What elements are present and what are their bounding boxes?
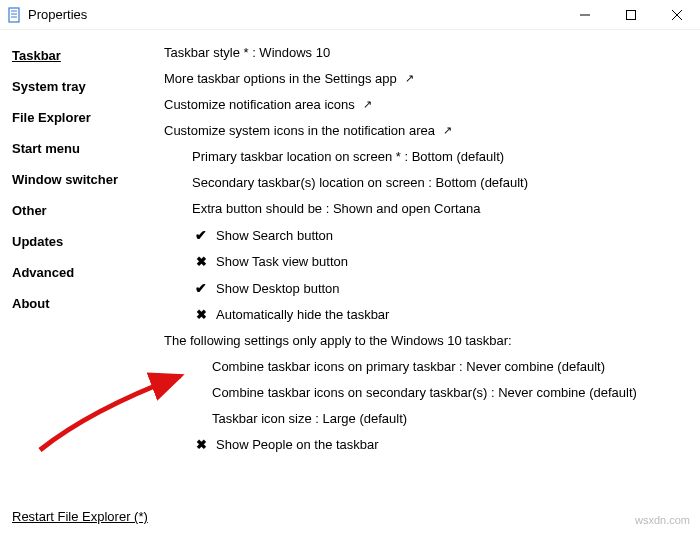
sidebar-item-advanced[interactable]: Advanced: [12, 257, 152, 288]
titlebar: Properties: [0, 0, 700, 30]
setting-label: Extra button should be : Shown and open …: [192, 201, 480, 216]
setting-row[interactable]: ✖Automatically hide the taskbar: [164, 302, 688, 328]
content: TaskbarSystem trayFile ExplorerStart men…: [0, 30, 700, 504]
cross-icon: ✖: [192, 307, 210, 322]
sidebar-item-updates[interactable]: Updates: [12, 226, 152, 257]
setting-row[interactable]: Taskbar style * : Windows 10: [164, 40, 688, 66]
check-icon: ✔: [192, 227, 210, 243]
setting-row[interactable]: ✔Show Desktop button: [164, 275, 688, 302]
svg-rect-0: [9, 8, 19, 22]
setting-row[interactable]: ✖Show People on the taskbar: [164, 432, 688, 458]
setting-row[interactable]: Customize notification area icons↗: [164, 92, 688, 118]
window-title: Properties: [28, 7, 87, 22]
setting-label: Primary taskbar location on screen * : B…: [192, 149, 504, 164]
sidebar: TaskbarSystem trayFile ExplorerStart men…: [12, 36, 152, 504]
sidebar-item-system-tray[interactable]: System tray: [12, 71, 152, 102]
setting-label: Combine taskbar icons on primary taskbar…: [212, 359, 605, 374]
setting-label: Show People on the taskbar: [216, 437, 379, 452]
restart-explorer-link[interactable]: Restart File Explorer (*): [12, 509, 148, 524]
setting-row[interactable]: Combine taskbar icons on primary taskbar…: [164, 354, 688, 380]
external-link-icon: ↗: [405, 72, 414, 85]
setting-label: Automatically hide the taskbar: [216, 307, 389, 322]
setting-row[interactable]: Taskbar icon size : Large (default): [164, 406, 688, 432]
setting-label: Customize system icons in the notificati…: [164, 123, 435, 138]
app-icon: [6, 7, 22, 23]
setting-row[interactable]: More taskbar options in the Settings app…: [164, 66, 688, 92]
sidebar-item-taskbar[interactable]: Taskbar: [12, 40, 152, 71]
setting-label: The following settings only apply to the…: [164, 333, 512, 348]
setting-label: Show Search button: [216, 228, 333, 243]
external-link-icon: ↗: [363, 98, 372, 111]
cross-icon: ✖: [192, 254, 210, 269]
setting-row[interactable]: Combine taskbar icons on secondary taskb…: [164, 380, 688, 406]
cross-icon: ✖: [192, 437, 210, 452]
close-button[interactable]: [654, 0, 700, 30]
main-panel: Taskbar style * : Windows 10More taskbar…: [152, 36, 688, 504]
sidebar-item-other[interactable]: Other: [12, 195, 152, 226]
setting-label: Show Desktop button: [216, 281, 340, 296]
setting-row[interactable]: The following settings only apply to the…: [164, 328, 688, 354]
setting-row[interactable]: Customize system icons in the notificati…: [164, 118, 688, 144]
setting-label: Customize notification area icons: [164, 97, 355, 112]
maximize-button[interactable]: [608, 0, 654, 30]
setting-row[interactable]: Extra button should be : Shown and open …: [164, 196, 688, 222]
setting-label: Secondary taskbar(s) location on screen …: [192, 175, 528, 190]
check-icon: ✔: [192, 280, 210, 296]
sidebar-item-start-menu[interactable]: Start menu: [12, 133, 152, 164]
setting-label: Taskbar icon size : Large (default): [212, 411, 407, 426]
setting-label: Show Task view button: [216, 254, 348, 269]
setting-label: Combine taskbar icons on secondary taskb…: [212, 385, 637, 400]
setting-label: More taskbar options in the Settings app: [164, 71, 397, 86]
watermark: wsxdn.com: [635, 514, 690, 526]
external-link-icon: ↗: [443, 124, 452, 137]
minimize-button[interactable]: [562, 0, 608, 30]
setting-label: Taskbar style * : Windows 10: [164, 45, 330, 60]
setting-row[interactable]: ✔Show Search button: [164, 222, 688, 249]
setting-row[interactable]: ✖Show Task view button: [164, 249, 688, 275]
sidebar-item-window-switcher[interactable]: Window switcher: [12, 164, 152, 195]
sidebar-item-about[interactable]: About: [12, 288, 152, 319]
setting-row[interactable]: Primary taskbar location on screen * : B…: [164, 144, 688, 170]
setting-row[interactable]: Secondary taskbar(s) location on screen …: [164, 170, 688, 196]
svg-rect-5: [627, 10, 636, 19]
sidebar-item-file-explorer[interactable]: File Explorer: [12, 102, 152, 133]
